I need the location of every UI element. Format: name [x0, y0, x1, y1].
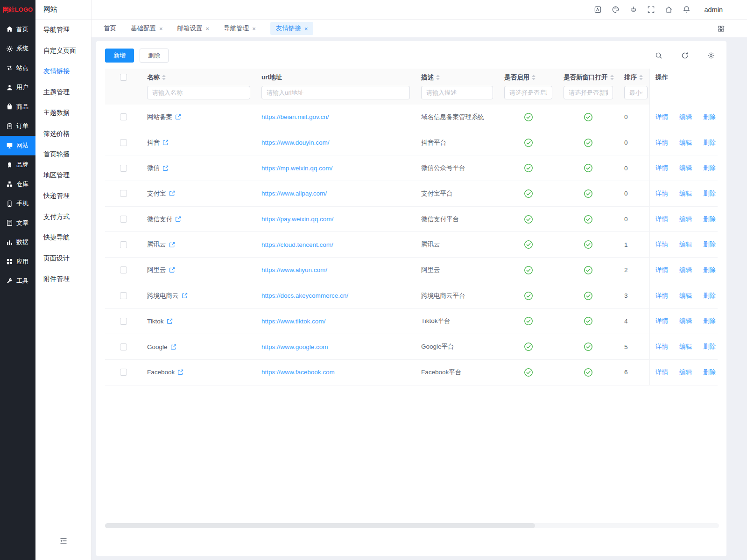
home-shortcut-icon[interactable] — [665, 6, 673, 14]
collapse-sidebar-icon[interactable] — [59, 537, 68, 545]
delete-link[interactable]: 删除 — [703, 139, 716, 147]
row-checkbox[interactable] — [120, 343, 127, 350]
tab-friend-links[interactable]: 友情链接× — [270, 22, 314, 35]
delete-link[interactable]: 删除 — [703, 189, 716, 198]
delete-link[interactable]: 删除 — [703, 215, 716, 224]
tab-basic-config[interactable]: 基础配置× — [131, 22, 163, 35]
row-checkbox[interactable] — [120, 165, 127, 172]
column-header-desc[interactable]: 描述 — [416, 69, 499, 86]
edit-link[interactable]: 编辑 — [679, 164, 692, 172]
row-checkbox[interactable] — [120, 113, 127, 120]
notification-bell-icon[interactable] — [683, 6, 691, 14]
filter-desc-input[interactable] — [421, 86, 493, 99]
edit-link[interactable]: 编辑 — [679, 139, 692, 147]
edit-link[interactable]: 编辑 — [679, 240, 692, 249]
horizontal-scrollbar[interactable] — [105, 523, 719, 528]
external-link-icon[interactable] — [162, 165, 169, 171]
submenu-item-payment-methods[interactable]: 支付方式 — [35, 207, 91, 228]
column-header-enabled[interactable]: 是否启用 — [499, 69, 558, 86]
filter-url-input[interactable] — [261, 86, 410, 99]
sort-caret-icon[interactable] — [532, 75, 536, 80]
sidebar-item-site[interactable]: 站点 — [0, 58, 35, 78]
delete-button[interactable]: 删除 — [140, 49, 169, 63]
sidebar-item-brand[interactable]: 品牌 — [0, 155, 35, 175]
row-checkbox[interactable] — [120, 216, 127, 223]
delete-link[interactable]: 删除 — [703, 368, 716, 377]
submenu-item-express-manage[interactable]: 快递管理 — [35, 186, 91, 207]
submenu-item-price-filter[interactable]: 筛选价格 — [35, 124, 91, 145]
external-link-icon[interactable] — [170, 344, 176, 350]
add-button[interactable]: 新增 — [105, 49, 134, 63]
external-link-icon[interactable] — [162, 140, 169, 146]
fullscreen-icon[interactable] — [647, 6, 655, 14]
row-url-link[interactable]: https://docs.akeycommerce.cn/ — [261, 292, 348, 299]
submenu-item-page-design[interactable]: 页面设计 — [35, 248, 91, 269]
row-checkbox[interactable] — [120, 369, 127, 376]
current-user[interactable]: admin — [705, 6, 723, 14]
edit-link[interactable]: 编辑 — [679, 292, 692, 300]
submenu-item-theme-manage[interactable]: 主题管理 — [35, 82, 91, 103]
column-header-name[interactable]: 名称 — [141, 69, 256, 86]
detail-link[interactable]: 详情 — [655, 292, 668, 300]
delete-link[interactable]: 删除 — [703, 292, 716, 300]
edit-link[interactable]: 编辑 — [679, 343, 692, 351]
search-icon[interactable] — [655, 52, 662, 59]
close-tab-icon[interactable]: × — [159, 26, 163, 32]
detail-link[interactable]: 详情 — [655, 317, 668, 325]
tab-home[interactable]: 首页 — [104, 22, 116, 35]
sidebar-item-system[interactable]: 系统 — [0, 39, 35, 59]
detail-link[interactable]: 详情 — [655, 240, 668, 249]
close-tab-icon[interactable]: × — [304, 26, 308, 32]
sidebar-item-tools[interactable]: 工具 — [0, 272, 35, 291]
row-url-link[interactable]: https://pay.weixin.qq.com/ — [261, 216, 333, 223]
submenu-item-attachment-manage[interactable]: 附件管理 — [35, 269, 91, 290]
close-tab-icon[interactable]: × — [206, 26, 210, 32]
row-url-link[interactable]: https://www.aliyun.com/ — [261, 266, 327, 273]
sort-caret-icon[interactable] — [436, 75, 440, 80]
column-header-sort[interactable]: 排序 — [619, 69, 649, 86]
edit-link[interactable]: 编辑 — [679, 266, 692, 274]
tab-email-settings[interactable]: 邮箱设置× — [177, 22, 210, 35]
scrollbar-thumb[interactable] — [105, 523, 535, 528]
edit-link[interactable]: 编辑 — [679, 317, 692, 325]
external-link-icon[interactable] — [182, 293, 188, 299]
sort-caret-icon[interactable] — [610, 75, 614, 80]
detail-link[interactable]: 详情 — [655, 343, 668, 351]
sidebar-item-articles[interactable]: 文章 — [0, 213, 35, 233]
row-checkbox[interactable] — [120, 190, 127, 197]
external-link-icon[interactable] — [175, 216, 181, 222]
external-link-icon[interactable] — [175, 114, 181, 120]
row-checkbox[interactable] — [120, 292, 127, 299]
row-checkbox[interactable] — [120, 139, 127, 146]
language-icon[interactable] — [594, 6, 602, 14]
delete-link[interactable]: 删除 — [703, 113, 716, 121]
sidebar-item-data[interactable]: 数据 — [0, 233, 35, 252]
delete-link[interactable]: 删除 — [703, 164, 716, 172]
row-url-link[interactable]: https://www.facebook.com — [261, 369, 335, 376]
sort-caret-icon[interactable] — [162, 75, 166, 80]
submenu-item-theme-data[interactable]: 主题数据 — [35, 103, 91, 124]
detail-link[interactable]: 详情 — [655, 164, 668, 172]
external-link-icon[interactable] — [167, 318, 173, 324]
edit-link[interactable]: 编辑 — [679, 368, 692, 377]
submenu-item-custom-pages[interactable]: 自定义页面 — [35, 41, 91, 62]
sort-caret-icon[interactable] — [639, 75, 643, 80]
submenu-item-nav-manage[interactable]: 导航管理 — [35, 20, 91, 41]
detail-link[interactable]: 详情 — [655, 189, 668, 198]
detail-link[interactable]: 详情 — [655, 113, 668, 121]
tab-options-grid-icon[interactable] — [718, 25, 725, 32]
edit-link[interactable]: 编辑 — [679, 189, 692, 198]
row-url-link[interactable]: https://www.alipay.com/ — [261, 190, 327, 197]
row-url-link[interactable]: https://cloud.tencent.com/ — [261, 241, 333, 248]
column-header-new-window[interactable]: 是否新窗口打开 — [558, 69, 619, 86]
clear-cache-brush-icon[interactable] — [629, 6, 637, 14]
select-all-checkbox[interactable] — [120, 74, 127, 81]
detail-link[interactable]: 详情 — [655, 139, 668, 147]
edit-link[interactable]: 编辑 — [679, 113, 692, 121]
tab-nav-manage[interactable]: 导航管理× — [224, 22, 256, 35]
filter-name-input[interactable] — [147, 86, 250, 99]
external-link-icon[interactable] — [169, 267, 175, 273]
delete-link[interactable]: 删除 — [703, 343, 716, 351]
edit-link[interactable]: 编辑 — [679, 215, 692, 224]
external-link-icon[interactable] — [177, 369, 183, 375]
